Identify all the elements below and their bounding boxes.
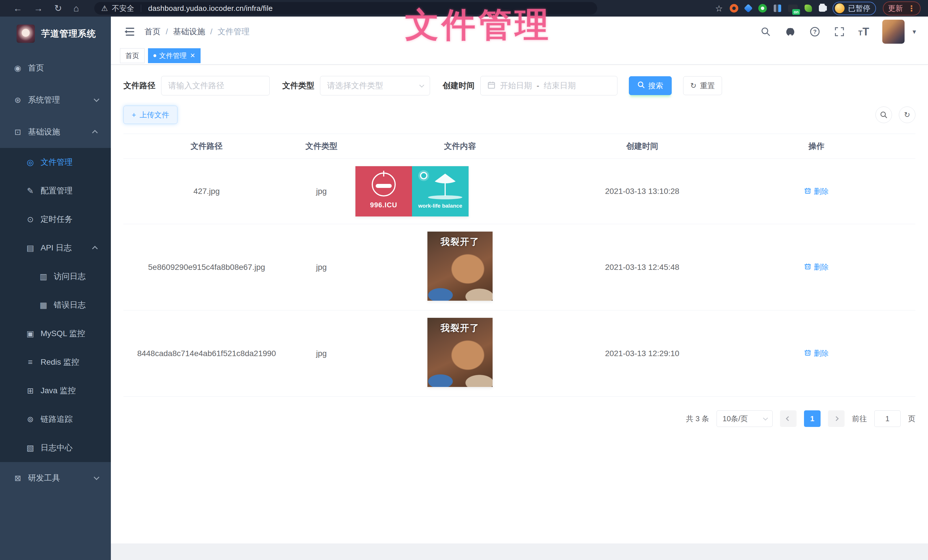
search-button[interactable]: 搜索 bbox=[629, 76, 672, 95]
file-table: 文件路径 文件类型 文件内容 创建时间 操作 427.jpgjpg 996.IC… bbox=[124, 134, 916, 397]
avatar-caret-icon[interactable]: ▾ bbox=[913, 28, 916, 36]
sidebar-item-9[interactable]: ▣MySQL 监控 bbox=[0, 319, 111, 348]
profile-paused-badge[interactable]: 已暂停 bbox=[833, 2, 876, 15]
access-log-icon: ▥ bbox=[37, 272, 50, 281]
next-page-button[interactable] bbox=[828, 410, 844, 427]
upload-file-button[interactable]: + 上传文件 bbox=[124, 106, 177, 124]
reload-icon[interactable]: ↻ bbox=[54, 4, 62, 13]
log-center-icon: ▧ bbox=[24, 443, 37, 453]
breadcrumb-infra[interactable]: 基础设施 bbox=[173, 26, 205, 37]
sidebar-item-3[interactable]: ◎文件管理 bbox=[0, 148, 111, 177]
file-preview-image[interactable]: 我裂开了 bbox=[427, 318, 493, 387]
hamburger-icon[interactable] bbox=[123, 27, 134, 36]
switch-on-badge: on bbox=[792, 9, 800, 15]
header-search-icon[interactable] bbox=[760, 26, 771, 37]
calendar-icon bbox=[487, 81, 495, 90]
goto-label: 前往 bbox=[852, 414, 867, 424]
extensions-puzzle-icon[interactable] bbox=[819, 5, 826, 12]
delete-button[interactable]: 删除 bbox=[804, 262, 829, 272]
trash-icon bbox=[804, 187, 811, 196]
prev-page-button[interactable] bbox=[780, 410, 797, 427]
file-preview-image[interactable]: 996.ICU work-life balance bbox=[356, 166, 469, 216]
file-type-select[interactable]: 请选择文件类型 bbox=[320, 76, 430, 95]
active-dot bbox=[153, 54, 156, 57]
cell-created-time: 2021-03-13 13:10:28 bbox=[567, 159, 717, 224]
font-size-icon[interactable]: TT bbox=[858, 26, 869, 38]
breadcrumb-current: 文件管理 bbox=[218, 26, 250, 37]
extension-check-icon[interactable] bbox=[758, 4, 767, 12]
bed-badge-icon bbox=[372, 172, 396, 196]
svg-text:?: ? bbox=[813, 29, 817, 35]
paused-label: 已暂停 bbox=[848, 3, 870, 14]
sidebar-item-5[interactable]: ⊙定时任务 bbox=[0, 205, 111, 234]
sidebar-item-1[interactable]: ⊛系统管理 bbox=[0, 84, 111, 116]
error-log-icon: ▦ bbox=[37, 300, 50, 310]
page-1-button[interactable]: 1 bbox=[804, 410, 821, 427]
sidebar-item-11[interactable]: ⊞Java 监控 bbox=[0, 376, 111, 405]
toggle-search-button[interactable] bbox=[875, 107, 892, 123]
cell-actions: 删除 bbox=[717, 224, 916, 310]
start-date-placeholder: 开始日期 bbox=[500, 80, 532, 91]
sidebar-item-0[interactable]: ◉首页 bbox=[0, 52, 111, 84]
kebab-menu-icon[interactable]: ⋮ bbox=[907, 4, 916, 13]
timer-icon: ⊙ bbox=[24, 215, 37, 224]
bookmark-star-icon[interactable]: ☆ bbox=[715, 3, 723, 14]
page-size-select[interactable]: 10条/页 bbox=[717, 410, 772, 427]
sidebar-item-7[interactable]: ▥访问日志 bbox=[0, 262, 111, 291]
extension-grid-icon[interactable] bbox=[774, 5, 781, 12]
table-toolbar: + 上传文件 ↻ bbox=[124, 106, 916, 124]
sidebar-item-label: MySQL 监控 bbox=[41, 328, 85, 339]
app-logo[interactable]: 芋道管理系统 bbox=[0, 17, 111, 50]
address-bar[interactable]: ⚠ 不安全 dashboard.yudao.iocoder.cn/infra/f… bbox=[94, 2, 597, 15]
delete-button[interactable]: 删除 bbox=[804, 348, 829, 358]
update-label: 更新 bbox=[888, 3, 903, 14]
sidebar-item-10[interactable]: ≡Redis 监控 bbox=[0, 348, 111, 376]
browser-update-button[interactable]: 更新 ⋮ bbox=[883, 2, 920, 15]
close-tag-icon[interactable]: ✕ bbox=[190, 52, 195, 59]
github-icon[interactable] bbox=[785, 26, 796, 37]
sidebar-item-13[interactable]: ▧日志中心 bbox=[0, 434, 111, 462]
redis-icon: ≡ bbox=[24, 358, 37, 367]
breadcrumb-separator: / bbox=[166, 27, 168, 36]
cell-file-content: 我裂开了 bbox=[353, 224, 567, 310]
sidebar-item-label: 研发工具 bbox=[28, 473, 60, 484]
col-actions: 操作 bbox=[717, 134, 916, 159]
breadcrumb-home[interactable]: 首页 bbox=[145, 26, 160, 37]
help-icon[interactable]: ? bbox=[809, 26, 821, 37]
goto-page-input[interactable] bbox=[874, 410, 901, 427]
sidebar-item-label: Redis 监控 bbox=[41, 357, 79, 368]
cell-file-path: 5e8609290e915c4fa8b08e67.jpg bbox=[124, 224, 290, 310]
extension-leaf-icon[interactable] bbox=[804, 5, 812, 12]
sidebar-item-14[interactable]: ⊠研发工具 bbox=[0, 462, 111, 494]
extension-drop-icon[interactable] bbox=[744, 4, 752, 12]
sidebar-item-4[interactable]: ✎配置管理 bbox=[0, 177, 111, 205]
extension-switch-icon[interactable]: on bbox=[788, 5, 798, 12]
tag-home[interactable]: 首页 bbox=[120, 48, 145, 63]
table-row: 8448cada8c714e4ab61f521c8da21990jpg 我裂开了… bbox=[124, 310, 916, 397]
sidebar-item-label: 配置管理 bbox=[41, 185, 73, 196]
forward-icon[interactable]: → bbox=[34, 4, 43, 13]
file-preview-image[interactable]: 我裂开了 bbox=[427, 231, 493, 301]
sidebar-item-6[interactable]: ▤API 日志 bbox=[0, 234, 111, 262]
fullscreen-icon[interactable] bbox=[834, 26, 845, 37]
back-icon[interactable]: ← bbox=[13, 4, 22, 13]
tag-file-management[interactable]: 文件管理 ✕ bbox=[148, 48, 201, 63]
file-path-input[interactable] bbox=[168, 81, 263, 90]
date-range-picker[interactable]: 开始日期 - 结束日期 bbox=[480, 76, 617, 95]
meme-caption: 我裂开了 bbox=[427, 236, 493, 248]
sidebar-item-12[interactable]: ⊚链路追踪 bbox=[0, 405, 111, 434]
reset-label: 重置 bbox=[700, 81, 715, 91]
user-avatar[interactable] bbox=[882, 20, 905, 44]
home-icon[interactable]: ⌂ bbox=[73, 4, 79, 13]
extension-gear-icon[interactable] bbox=[730, 4, 738, 12]
file-path-label: 文件路径 bbox=[124, 80, 156, 91]
reset-button[interactable]: ↻ 重置 bbox=[683, 76, 722, 95]
logo-image bbox=[17, 24, 35, 43]
sidebar-item-2[interactable]: ⊡基础设施 bbox=[0, 116, 111, 148]
delete-button[interactable]: 删除 bbox=[804, 186, 829, 196]
sidebar-item-8[interactable]: ▦错误日志 bbox=[0, 291, 111, 319]
refresh-table-button[interactable]: ↻ bbox=[899, 107, 916, 123]
warning-icon: ⚠ bbox=[101, 4, 108, 13]
chevron-right-icon bbox=[834, 416, 839, 421]
security-label: 不安全 bbox=[112, 3, 134, 14]
